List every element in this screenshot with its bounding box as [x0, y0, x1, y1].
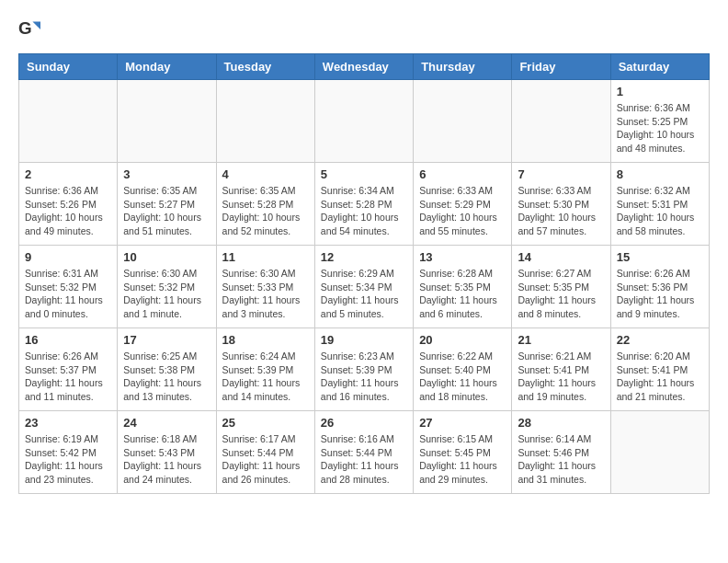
calendar-week-row-1: 1Sunrise: 6:36 AM Sunset: 5:25 PM Daylig… [19, 80, 710, 163]
calendar-week-row-4: 16Sunrise: 6:26 AM Sunset: 5:37 PM Dayli… [19, 328, 710, 411]
weekday-header-friday: Friday [512, 54, 610, 80]
day-number: 20 [419, 333, 506, 347]
day-number: 1 [617, 85, 703, 98]
day-info: Sunrise: 6:28 AM Sunset: 5:35 PM Dayligh… [419, 267, 506, 321]
day-number: 7 [518, 167, 604, 181]
day-number: 26 [321, 416, 407, 430]
calendar-cell: 10Sunrise: 6:30 AM Sunset: 5:32 PM Dayli… [118, 246, 216, 328]
calendar-cell: 26Sunrise: 6:16 AM Sunset: 5:44 PM Dayli… [314, 411, 413, 494]
header: G [18, 18, 710, 44]
day-info: Sunrise: 6:29 AM Sunset: 5:34 PM Dayligh… [321, 267, 407, 321]
day-number: 21 [518, 333, 604, 347]
day-number: 3 [123, 167, 210, 181]
weekday-header-monday: Monday [118, 54, 216, 80]
day-info: Sunrise: 6:30 AM Sunset: 5:33 PM Dayligh… [222, 267, 309, 321]
calendar-week-row-3: 9Sunrise: 6:31 AM Sunset: 5:32 PM Daylig… [19, 246, 710, 328]
day-number: 4 [222, 167, 309, 181]
day-number: 27 [419, 416, 506, 430]
day-number: 18 [222, 333, 309, 347]
weekday-header-thursday: Thursday [414, 54, 512, 80]
calendar-cell: 27Sunrise: 6:15 AM Sunset: 5:45 PM Dayli… [414, 411, 512, 494]
svg-marker-1 [32, 21, 40, 29]
calendar-cell: 9Sunrise: 6:31 AM Sunset: 5:32 PM Daylig… [19, 246, 118, 328]
calendar-cell: 14Sunrise: 6:27 AM Sunset: 5:35 PM Dayli… [512, 246, 610, 328]
logo-icon: G [18, 18, 40, 40]
calendar-cell: 16Sunrise: 6:26 AM Sunset: 5:37 PM Dayli… [19, 328, 118, 411]
calendar-cell: 22Sunrise: 6:20 AM Sunset: 5:41 PM Dayli… [610, 328, 709, 411]
day-info: Sunrise: 6:19 AM Sunset: 5:42 PM Dayligh… [25, 432, 111, 487]
day-number: 22 [617, 333, 703, 347]
calendar-cell [19, 80, 118, 163]
day-number: 10 [123, 250, 210, 264]
day-info: Sunrise: 6:33 AM Sunset: 5:30 PM Dayligh… [518, 184, 604, 238]
weekday-header-row: SundayMondayTuesdayWednesdayThursdayFrid… [19, 54, 710, 80]
calendar-cell: 21Sunrise: 6:21 AM Sunset: 5:41 PM Dayli… [512, 328, 610, 411]
calendar-cell: 8Sunrise: 6:32 AM Sunset: 5:31 PM Daylig… [610, 163, 709, 246]
calendar-cell: 13Sunrise: 6:28 AM Sunset: 5:35 PM Dayli… [414, 246, 512, 328]
weekday-header-saturday: Saturday [610, 54, 709, 80]
day-info: Sunrise: 6:34 AM Sunset: 5:28 PM Dayligh… [321, 184, 407, 238]
day-number: 17 [123, 333, 210, 347]
weekday-header-sunday: Sunday [19, 54, 118, 80]
day-info: Sunrise: 6:36 AM Sunset: 5:26 PM Dayligh… [25, 184, 111, 238]
calendar-cell [118, 80, 216, 163]
day-number: 23 [25, 416, 111, 430]
calendar-cell: 15Sunrise: 6:26 AM Sunset: 5:36 PM Dayli… [610, 246, 709, 328]
calendar-cell: 3Sunrise: 6:35 AM Sunset: 5:27 PM Daylig… [118, 163, 216, 246]
calendar-week-row-5: 23Sunrise: 6:19 AM Sunset: 5:42 PM Dayli… [19, 411, 710, 494]
calendar-cell: 25Sunrise: 6:17 AM Sunset: 5:44 PM Dayli… [216, 411, 314, 494]
calendar-table: SundayMondayTuesdayWednesdayThursdayFrid… [18, 53, 710, 494]
day-number: 11 [222, 250, 309, 264]
calendar-cell: 7Sunrise: 6:33 AM Sunset: 5:30 PM Daylig… [512, 163, 610, 246]
calendar-cell: 2Sunrise: 6:36 AM Sunset: 5:26 PM Daylig… [19, 163, 118, 246]
day-number: 2 [25, 167, 111, 181]
day-info: Sunrise: 6:35 AM Sunset: 5:27 PM Dayligh… [123, 184, 210, 238]
day-number: 13 [419, 250, 506, 264]
day-info: Sunrise: 6:36 AM Sunset: 5:25 PM Dayligh… [617, 101, 703, 155]
day-number: 19 [321, 333, 407, 347]
calendar-cell: 4Sunrise: 6:35 AM Sunset: 5:28 PM Daylig… [216, 163, 314, 246]
day-info: Sunrise: 6:20 AM Sunset: 5:41 PM Dayligh… [617, 350, 703, 404]
day-number: 12 [321, 250, 407, 264]
calendar-cell: 24Sunrise: 6:18 AM Sunset: 5:43 PM Dayli… [118, 411, 216, 494]
day-number: 28 [518, 416, 604, 430]
day-info: Sunrise: 6:24 AM Sunset: 5:39 PM Dayligh… [222, 350, 309, 404]
day-info: Sunrise: 6:26 AM Sunset: 5:37 PM Dayligh… [25, 350, 111, 404]
day-info: Sunrise: 6:18 AM Sunset: 5:43 PM Dayligh… [123, 432, 210, 487]
calendar-cell: 19Sunrise: 6:23 AM Sunset: 5:39 PM Dayli… [314, 328, 413, 411]
logo: G [18, 18, 44, 44]
day-number: 14 [518, 250, 604, 264]
weekday-header-wednesday: Wednesday [314, 54, 413, 80]
day-number: 16 [25, 333, 111, 347]
calendar-cell: 20Sunrise: 6:22 AM Sunset: 5:40 PM Dayli… [414, 328, 512, 411]
calendar-cell: 18Sunrise: 6:24 AM Sunset: 5:39 PM Dayli… [216, 328, 314, 411]
day-number: 5 [321, 167, 407, 181]
calendar-cell: 6Sunrise: 6:33 AM Sunset: 5:29 PM Daylig… [414, 163, 512, 246]
day-info: Sunrise: 6:31 AM Sunset: 5:32 PM Dayligh… [25, 267, 111, 321]
day-info: Sunrise: 6:25 AM Sunset: 5:38 PM Dayligh… [123, 350, 210, 404]
svg-text:G: G [18, 18, 32, 38]
calendar-cell: 12Sunrise: 6:29 AM Sunset: 5:34 PM Dayli… [314, 246, 413, 328]
day-number: 8 [617, 167, 703, 181]
day-number: 24 [123, 416, 210, 430]
calendar-cell: 28Sunrise: 6:14 AM Sunset: 5:46 PM Dayli… [512, 411, 610, 494]
weekday-header-tuesday: Tuesday [216, 54, 314, 80]
day-info: Sunrise: 6:21 AM Sunset: 5:41 PM Dayligh… [518, 350, 604, 404]
day-info: Sunrise: 6:27 AM Sunset: 5:35 PM Dayligh… [518, 267, 604, 321]
calendar-cell: 5Sunrise: 6:34 AM Sunset: 5:28 PM Daylig… [314, 163, 413, 246]
day-info: Sunrise: 6:35 AM Sunset: 5:28 PM Dayligh… [222, 184, 309, 238]
calendar-cell [512, 80, 610, 163]
calendar-cell [314, 80, 413, 163]
calendar-cell: 17Sunrise: 6:25 AM Sunset: 5:38 PM Dayli… [118, 328, 216, 411]
day-info: Sunrise: 6:16 AM Sunset: 5:44 PM Dayligh… [321, 432, 407, 487]
day-number: 6 [419, 167, 506, 181]
day-info: Sunrise: 6:15 AM Sunset: 5:45 PM Dayligh… [419, 432, 506, 487]
calendar-cell [216, 80, 314, 163]
day-info: Sunrise: 6:14 AM Sunset: 5:46 PM Dayligh… [518, 432, 604, 487]
calendar-cell [610, 411, 709, 494]
day-info: Sunrise: 6:30 AM Sunset: 5:32 PM Dayligh… [123, 267, 210, 321]
calendar-cell: 11Sunrise: 6:30 AM Sunset: 5:33 PM Dayli… [216, 246, 314, 328]
day-info: Sunrise: 6:17 AM Sunset: 5:44 PM Dayligh… [222, 432, 309, 487]
day-number: 15 [617, 250, 703, 264]
calendar-cell [414, 80, 512, 163]
